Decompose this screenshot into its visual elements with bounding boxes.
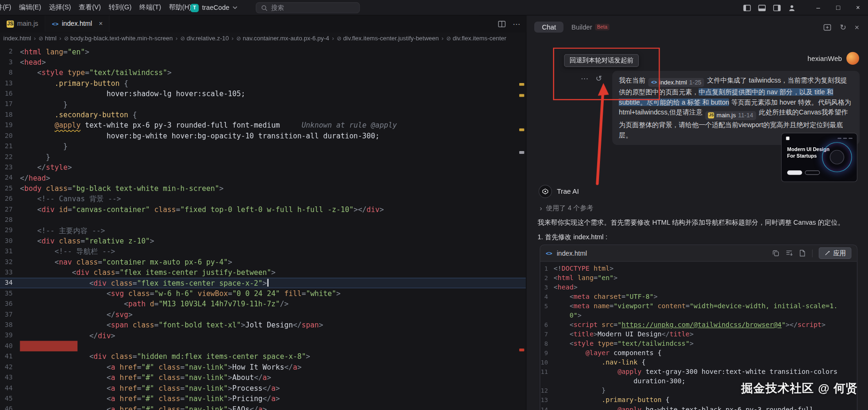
code-line[interactable]: 42 <a href="#" class="nav-link">How It W… — [0, 362, 526, 372]
code-line[interactable]: 37 </svg> — [0, 309, 526, 319]
code-line[interactable]: 31 <!-- 导航栏 --> — [0, 246, 526, 257]
global-search[interactable]: 搜索 — [256, 2, 360, 14]
code-line[interactable]: 34 <div class="flex items-center space-x… — [0, 278, 526, 288]
line-number[interactable]: 36 — [0, 299, 20, 309]
code-line[interactable]: 23 </style> — [0, 162, 526, 173]
insert-code-icon[interactable] — [785, 250, 792, 257]
overview-ruler[interactable] — [518, 44, 526, 410]
line-number[interactable]: 32 — [0, 257, 20, 267]
line-number[interactable]: 25 — [0, 183, 20, 193]
close-window-button[interactable]: × — [848, 0, 868, 15]
line-number[interactable]: 20 — [0, 130, 20, 141]
code-line[interactable]: 43 <a href="#" class="nav-link">About</a… — [0, 372, 526, 383]
code-line[interactable]: 1<!DOCTYPE html> — [540, 264, 857, 273]
line-number[interactable]: 7 — [540, 330, 553, 339]
line-number[interactable]: 2 — [540, 273, 553, 283]
code-line[interactable]: 16 hover:shadow-lg hover:scale-105; — [0, 89, 526, 99]
code-line[interactable]: 21 } — [0, 141, 526, 152]
reference-image-thumbnail[interactable]: Modern UI Design For Startups — [781, 133, 858, 182]
line-number[interactable]: 8 — [0, 68, 20, 78]
breadcrumb-item[interactable]: index.html — [3, 35, 31, 41]
menu-item[interactable]: 选择(S) — [45, 0, 75, 15]
code-line[interactable]: 33 <div class="flex items-center justify… — [0, 267, 526, 278]
code-line[interactable]: 3<head> — [540, 283, 857, 292]
code-line[interactable]: 46 <a href="#" class="nav-link">FAQs</a> — [0, 404, 526, 410]
code-line[interactable]: 27 <div id="canvas-container" class="fix… — [0, 204, 526, 214]
apply-code-button[interactable]: 应用 — [819, 247, 852, 259]
split-editor-icon[interactable] — [498, 20, 506, 28]
code-line[interactable]: 32 <nav class="container mx-auto px-6 py… — [0, 257, 526, 267]
tab-index-html[interactable]: <> index.html × — [46, 15, 110, 32]
breadcrumb-item[interactable]: ⊘html — [38, 35, 56, 41]
tab-main-js[interactable]: JS main.js — [0, 15, 46, 32]
menu-item[interactable]: 查看(V) — [75, 0, 105, 15]
minimize-button[interactable]: – — [808, 0, 828, 15]
line-number[interactable]: 44 — [0, 383, 20, 393]
line-number[interactable]: 3 — [0, 57, 20, 67]
breadcrumb-item[interactable]: ⊘div.flex.items-center — [446, 35, 507, 41]
line-number[interactable]: 13 — [540, 395, 553, 405]
line-number[interactable]: 34 — [0, 278, 20, 288]
line-number[interactable]: 22 — [0, 152, 20, 162]
tab-builder[interactable]: Builder Beta — [571, 23, 609, 31]
line-number[interactable]: 31 — [0, 246, 20, 257]
code-line[interactable]: 11 @apply text-gray-300 hover:text-white… — [540, 367, 857, 377]
code-line[interactable]: 29 <!-- 主要内容 --> — [0, 225, 526, 235]
code-line[interactable]: 4 <meta charset="UTF-8"> — [540, 292, 857, 302]
code-editor[interactable]: 2<html lang="en">3<head>8 <style type="t… — [0, 44, 526, 410]
references-toggle[interactable]: › 使用了 4 个参考 — [540, 204, 593, 213]
line-number[interactable]: 14 — [540, 405, 553, 410]
code-line[interactable]: 2<html lang="en"> — [540, 273, 857, 283]
line-number[interactable]: 2 — [0, 46, 20, 57]
new-chat-icon[interactable] — [823, 23, 832, 31]
code-line[interactable]: 8 <style type="text/tailwindcss"> — [540, 339, 857, 349]
code-line[interactable]: 45 <a href="#" class="nav-link">Pricing<… — [0, 394, 526, 404]
code-line[interactable]: 3<head> — [0, 57, 526, 67]
code-line[interactable]: 40 — [0, 341, 526, 351]
line-number[interactable]: 37 — [0, 309, 20, 319]
copy-icon[interactable] — [772, 250, 779, 257]
menu-item[interactable]: 终端(T) — [135, 0, 165, 15]
line-number[interactable]: 16 — [0, 89, 20, 99]
toggle-sidebar-left-icon[interactable] — [743, 4, 751, 12]
code-line[interactable]: 9 @layer components { — [540, 349, 857, 358]
line-number[interactable]: 8 — [540, 339, 553, 349]
line-number[interactable]: 26 — [0, 194, 20, 204]
code-line[interactable]: 17 } — [0, 99, 526, 109]
editor-more-actions-icon[interactable]: ⋯ — [513, 19, 521, 28]
code-line[interactable]: 19 @apply text-white px-6 py-3 rounded-f… — [0, 120, 526, 130]
maximize-button[interactable]: □ — [828, 0, 848, 15]
line-number[interactable]: 33 — [0, 267, 20, 278]
menu-item[interactable]: 编辑(E) — [15, 0, 45, 15]
code-line[interactable]: 38 <span class="font-bold text-xl">Jolt … — [0, 320, 526, 330]
breadcrumb-item[interactable]: ⊘div.relative.z-10 — [180, 35, 229, 41]
toggle-sidebar-right-icon[interactable] — [773, 4, 781, 12]
line-number[interactable]: 3 — [540, 283, 553, 292]
code-line[interactable]: 35 <svg class="w-6 h-6" viewBox="0 0 24 … — [0, 289, 526, 299]
breadcrumb-item[interactable]: ⊘body.bg-black.text-white.min-h-screen — [64, 35, 173, 41]
line-number[interactable]: 6 — [540, 320, 553, 330]
line-number[interactable]: 13 — [0, 78, 20, 88]
code-line[interactable]: 0"> — [540, 311, 857, 320]
line-number[interactable]: 17 — [0, 99, 20, 109]
code-line[interactable]: 26 <!-- Canvas 背景 --> — [0, 194, 526, 204]
code-line[interactable]: 44 <a href="#" class="nav-link">Process<… — [0, 383, 526, 393]
line-number[interactable]: 11 — [540, 367, 553, 377]
line-number[interactable]: 21 — [0, 141, 20, 152]
code-line[interactable]: 39 </div> — [0, 330, 526, 341]
code-line[interactable]: 8 <style type="text/tailwindcss"> — [0, 68, 526, 78]
code-line[interactable]: 18 .secondary-button { — [0, 110, 526, 120]
line-number[interactable]: 5 — [540, 302, 553, 311]
code-line[interactable]: 28 — [0, 215, 526, 225]
close-tab-icon[interactable]: × — [99, 20, 102, 28]
menu-item[interactable]: 转到(G) — [105, 0, 135, 15]
tab-chat[interactable]: Chat — [534, 22, 564, 33]
code-line[interactable]: 6 <script src="https://unpkg.com/@tailwi… — [540, 320, 857, 330]
code-line[interactable]: 20 hover:bg-white hover:bg-opacity-10 tr… — [0, 130, 526, 141]
code-line[interactable]: 14 @apply bg-white text-black px-6 py-3 … — [540, 405, 857, 410]
code-line[interactable]: 41 <div class="hidden md:flex items-cent… — [0, 351, 526, 362]
create-file-icon[interactable] — [799, 250, 806, 257]
code-line[interactable]: 5 <meta name="viewport" content="width=d… — [540, 302, 857, 311]
line-number[interactable]: 24 — [0, 173, 20, 183]
line-number[interactable]: 39 — [0, 330, 20, 341]
